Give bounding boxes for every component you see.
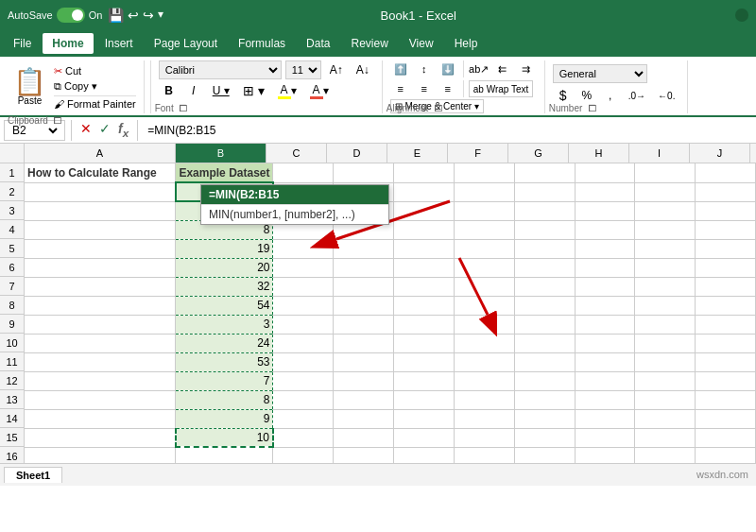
cell-B15[interactable]: 10 [176,428,273,447]
cell-C8[interactable] [273,296,334,315]
cell-A14[interactable] [25,409,176,428]
cell-H3[interactable] [575,201,635,220]
comma-button[interactable]: , [600,86,621,105]
indent-decrease-button[interactable]: ⇇ [492,60,513,77]
cell-G9[interactable] [514,315,575,334]
cell-G13[interactable] [514,390,575,409]
col-header-G[interactable]: G [508,144,569,163]
menu-insert[interactable]: Insert [95,33,143,54]
cell-E11[interactable] [394,352,455,371]
align-middle-button[interactable]: ↕ [414,60,435,77]
cell-F4[interactable] [454,220,514,239]
cell-I9[interactable] [635,315,696,334]
cell-J8[interactable] [696,296,756,315]
currency-button[interactable]: $ [553,86,574,105]
cell-D5[interactable] [334,239,394,258]
cell-A10[interactable] [25,334,176,352]
cell-G12[interactable] [514,371,575,390]
autosave-toggle[interactable]: AutoSave On [8,8,102,23]
cell-B13[interactable]: 8 [176,390,273,409]
cell-G11[interactable] [514,352,575,371]
undo-icon[interactable]: ↩ [128,8,139,23]
cell-J14[interactable] [696,409,756,428]
align-bottom-button[interactable]: ⬇️ [438,60,458,77]
menu-help[interactable]: Help [445,33,488,54]
cell-A2[interactable] [25,182,176,201]
cell-G6[interactable] [514,258,575,277]
cell-H2[interactable] [575,182,635,201]
col-header-C[interactable]: C [266,144,327,163]
cell-D13[interactable] [334,390,394,409]
cell-I8[interactable] [635,296,696,315]
cell-C7[interactable] [273,277,334,296]
cell-I12[interactable] [635,371,696,390]
cell-F7[interactable] [454,277,514,296]
font-size-decrease[interactable]: A↓ [352,60,374,79]
row-header-3[interactable]: 3 [0,201,25,220]
cell-J6[interactable] [696,258,756,277]
borders-button[interactable]: ⊞ ▾ [238,81,269,100]
cell-H8[interactable] [575,296,635,315]
format-painter-button[interactable]: 🖌 Format Painter [54,95,136,110]
cell-I4[interactable] [635,220,696,239]
cell-G5[interactable] [514,239,575,258]
cell-F5[interactable] [454,239,514,258]
cell-G3[interactable] [514,201,575,220]
cell-E8[interactable] [394,296,455,315]
cell-E12[interactable] [394,371,455,390]
cell-B6[interactable]: 20 [176,258,273,277]
col-header-J[interactable]: J [690,144,750,163]
cell-J13[interactable] [696,390,756,409]
cell-E15[interactable] [394,428,455,447]
text-angle-button[interactable]: ab↗ [469,60,490,77]
underline-button[interactable]: U ▾ [208,81,234,100]
cell-E6[interactable] [394,258,455,277]
window-button-green[interactable] [735,9,748,22]
insert-function-button[interactable]: fx [115,121,131,139]
cell-E1[interactable] [394,163,455,182]
cell-A8[interactable] [25,296,176,315]
cell-E9[interactable] [394,315,455,334]
row-header-7[interactable]: 7 [0,277,25,296]
menu-page-layout[interactable]: Page Layout [145,33,227,54]
percent-button[interactable]: % [576,86,597,105]
decimal-decrease-button[interactable]: ←0. [653,86,679,105]
cell-C6[interactable] [273,258,334,277]
col-header-F[interactable]: F [448,144,508,163]
cell-A11[interactable] [25,352,176,371]
row-header-11[interactable]: 11 [0,352,25,371]
cell-G15[interactable] [514,428,575,447]
col-header-B[interactable]: B [176,144,266,163]
cell-E7[interactable] [394,277,455,296]
cell-A3[interactable] [25,201,176,220]
cell-F13[interactable] [454,390,514,409]
font-size-select[interactable]: 11 [285,60,321,79]
row-header-14[interactable]: 14 [0,409,25,428]
cell-J5[interactable] [696,239,756,258]
cell-I1[interactable] [635,163,696,182]
cut-button[interactable]: ✂ Cut [54,65,136,77]
cell-H10[interactable] [575,334,635,352]
col-header-E[interactable]: E [387,144,448,163]
row-header-12[interactable]: 12 [0,371,25,390]
row-header-2[interactable]: 2 [0,182,25,201]
cell-D6[interactable] [334,258,394,277]
cell-I13[interactable] [635,390,696,409]
cell-D9[interactable] [334,315,394,334]
fill-color-button[interactable]: A ▾ [273,81,301,100]
cancel-formula-button[interactable]: ✕ [77,121,94,139]
cell-D10[interactable] [334,334,394,352]
indent-increase-button[interactable]: ⇉ [516,60,537,77]
cell-G1[interactable] [514,163,575,182]
copy-button[interactable]: ⧉ Copy ▾ [54,80,136,93]
cell-A6[interactable] [25,258,176,277]
font-size-increase[interactable]: A↑ [325,60,348,79]
cell-H9[interactable] [575,315,635,334]
align-right-button[interactable]: ≡ [438,80,458,97]
autosave-switch[interactable] [57,8,85,23]
cell-F12[interactable] [454,371,514,390]
cell-F1[interactable] [454,163,514,182]
menu-view[interactable]: View [400,33,443,54]
cell-J4[interactable] [696,220,756,239]
bold-button[interactable]: B [159,81,180,100]
